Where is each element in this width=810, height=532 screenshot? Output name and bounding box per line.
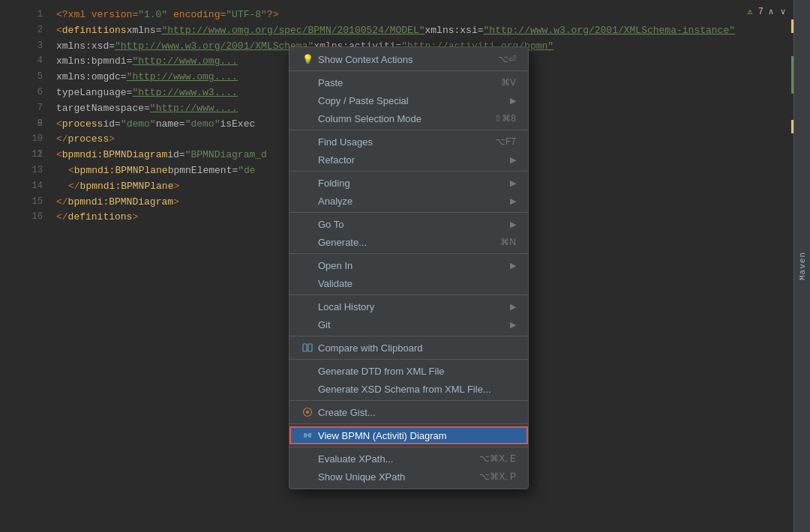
code-line-1: 1 <?xml version="1.0" encoding="UTF-8"?> xyxy=(15,7,810,23)
code-line-2: 2 <definitions xmlns="http://www.omg.org… xyxy=(15,23,810,39)
paste-icon xyxy=(302,76,314,88)
generate-icon xyxy=(302,236,314,248)
separator-4 xyxy=(290,212,528,213)
menu-item-git[interactable]: Git ▶ xyxy=(290,315,528,333)
menu-item-refactor[interactable]: Refactor ▶ xyxy=(290,151,528,169)
separator-5 xyxy=(290,253,528,254)
warning-indicator: ⚠ 7 ∧ ∨ xyxy=(747,6,788,17)
submenu-arrow-open-in: ▶ xyxy=(510,261,516,270)
submenu-arrow-goto: ▶ xyxy=(510,220,516,229)
menu-item-show-unique-xpath[interactable]: Show Unique XPath ⌥⌘X, P xyxy=(290,468,528,486)
separator-6 xyxy=(290,294,528,295)
compare-icon xyxy=(302,342,314,354)
separator-11 xyxy=(290,447,528,447)
menu-item-folding[interactable]: Folding ▶ xyxy=(290,174,528,192)
warning-chevron-down[interactable]: ∨ xyxy=(778,7,788,16)
generate-xsd-icon xyxy=(302,383,314,395)
bpmn-icon xyxy=(302,429,314,441)
svg-rect-4 xyxy=(304,433,307,438)
menu-item-copy-paste-special[interactable]: Copy / Paste Special ▶ xyxy=(290,91,528,109)
menu-item-column-selection[interactable]: Column Selection Mode ⇧⌘8 xyxy=(290,109,528,127)
separator-1 xyxy=(290,70,528,71)
folding-icon xyxy=(302,177,314,189)
open-in-icon xyxy=(302,259,314,271)
separator-10 xyxy=(290,423,528,424)
menu-item-create-gist[interactable]: Create Gist... xyxy=(290,403,528,421)
menu-item-view-bpmn[interactable]: View BPMN (Activiti) Diagram xyxy=(290,426,528,444)
refactor-icon xyxy=(302,154,314,166)
maven-sidebar[interactable]: Maven xyxy=(794,0,810,532)
separator-8 xyxy=(290,359,528,360)
menu-item-generate[interactable]: Generate... ⌘N xyxy=(290,233,528,251)
menu-item-paste[interactable]: Paste ⌘V xyxy=(290,73,528,91)
menu-item-generate-dtd[interactable]: Generate DTD from XML File xyxy=(290,362,528,380)
menu-item-evaluate-xpath[interactable]: Evaluate XPath... ⌥⌘X, E xyxy=(290,450,528,468)
goto-icon xyxy=(302,218,314,230)
column-icon xyxy=(302,112,314,124)
separator-9 xyxy=(290,400,528,401)
context-menu: 💡 Show Context Actions ⌥⏎ Paste ⌘V Copy … xyxy=(289,46,529,489)
warning-count: ⚠ 7 xyxy=(747,6,764,17)
menu-item-validate[interactable]: Validate xyxy=(290,274,528,292)
evaluate-icon xyxy=(302,453,314,465)
separator-7 xyxy=(290,336,528,336)
submenu-arrow-analyze: ▶ xyxy=(510,196,516,206)
maven-label: Maven xyxy=(798,252,807,280)
submenu-arrow-folding: ▶ xyxy=(510,178,516,188)
warning-chevron-up[interactable]: ∧ xyxy=(766,7,776,16)
lightbulb-icon: 💡 xyxy=(302,53,314,65)
validate-icon xyxy=(302,277,314,289)
menu-item-find-usages[interactable]: Find Usages ⌥F7 xyxy=(290,133,528,151)
menu-item-show-context-actions[interactable]: 💡 Show Context Actions ⌥⏎ xyxy=(290,50,528,68)
svg-rect-1 xyxy=(308,344,312,351)
analyze-icon xyxy=(302,195,314,207)
unique-xpath-icon xyxy=(302,471,314,483)
separator-3 xyxy=(290,171,528,172)
submenu-arrow: ▶ xyxy=(510,96,516,106)
find-icon xyxy=(302,136,314,148)
menu-item-compare-clipboard[interactable]: Compare with Clipboard xyxy=(290,339,528,357)
svg-point-3 xyxy=(306,411,309,414)
gist-icon xyxy=(302,406,314,418)
submenu-arrow-git: ▶ xyxy=(510,320,516,330)
menu-item-goto[interactable]: Go To ▶ xyxy=(290,215,528,233)
svg-rect-5 xyxy=(308,433,311,438)
git-icon xyxy=(302,318,314,330)
submenu-arrow-refactor: ▶ xyxy=(510,155,516,165)
submenu-arrow-local-history: ▶ xyxy=(510,302,516,312)
copy-paste-icon xyxy=(302,94,314,106)
local-history-icon xyxy=(302,300,314,312)
generate-dtd-icon xyxy=(302,365,314,377)
menu-item-open-in[interactable]: Open In ▶ xyxy=(290,256,528,274)
svg-rect-0 xyxy=(303,344,307,351)
separator-2 xyxy=(290,130,528,130)
menu-item-generate-xsd[interactable]: Generate XSD Schema from XML File... xyxy=(290,380,528,398)
menu-item-analyze[interactable]: Analyze ▶ xyxy=(290,192,528,210)
menu-item-local-history[interactable]: Local History ▶ xyxy=(290,297,528,315)
